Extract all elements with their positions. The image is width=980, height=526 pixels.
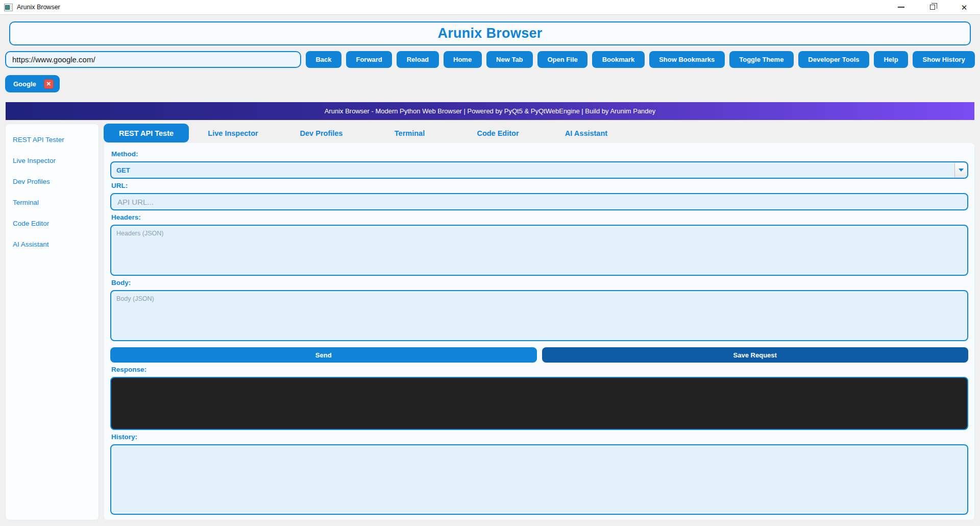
workspace: REST API Tester Live Inspector Dev Profi… — [0, 120, 980, 526]
os-titlebar: Arunix Browser ✕ — [0, 0, 980, 15]
tab-dev-profiles[interactable]: Dev Profiles — [277, 124, 365, 142]
sidebar: REST API Tester Live Inspector Dev Profi… — [5, 124, 99, 520]
response-output[interactable] — [110, 377, 968, 430]
help-button[interactable]: Help — [874, 51, 908, 68]
app-title-box: Arunix Browser — [9, 21, 971, 45]
url-label: URL: — [111, 182, 968, 189]
page-tab-google[interactable]: Google ✕ — [5, 75, 60, 92]
show-bookmarks-button[interactable]: Show Bookmarks — [649, 51, 725, 68]
sidebar-item-live-inspector[interactable]: Live Inspector — [6, 150, 99, 171]
page-title: Arunix Browser — [437, 26, 542, 41]
toggle-theme-button[interactable]: Toggle Theme — [729, 51, 794, 68]
tab-terminal[interactable]: Terminal — [365, 124, 454, 142]
address-bar-input[interactable] — [5, 51, 301, 68]
tab-code-editor[interactable]: Code Editor — [454, 124, 542, 142]
back-button[interactable]: Back — [306, 51, 341, 68]
tab-live-inspector[interactable]: Live Inspector — [189, 124, 277, 142]
sidebar-item-dev-profiles[interactable]: Dev Profiles — [6, 171, 99, 192]
minimize-icon — [898, 7, 904, 8]
request-actions: Send Save Request — [110, 347, 968, 363]
sidebar-item-rest-api-tester[interactable]: REST API Tester — [6, 129, 99, 150]
open-file-button[interactable]: Open File — [537, 51, 587, 68]
app-window: Arunix Browser ✕ Arunix Browser Back For… — [0, 0, 980, 526]
navigation-toolbar: Back Forward Reload Home New Tab Open Fi… — [5, 51, 975, 68]
developer-tools-button[interactable]: Developer Tools — [798, 51, 869, 68]
restore-button[interactable] — [917, 0, 948, 14]
forward-button[interactable]: Forward — [346, 51, 392, 68]
response-label: Response: — [111, 366, 968, 373]
close-button[interactable]: ✕ — [948, 0, 980, 14]
app-header: Arunix Browser — [0, 15, 980, 45]
page-tab-strip: Google ✕ — [5, 75, 975, 92]
bookmark-button[interactable]: Bookmark — [592, 51, 645, 68]
method-label: Method: — [111, 150, 968, 158]
new-tab-button[interactable]: New Tab — [486, 51, 533, 68]
window-title: Arunix Browser — [17, 4, 60, 11]
chevron-down-icon — [959, 169, 964, 172]
rest-api-tester-panel: Method: GET URL: Headers: Body: Send Sav… — [104, 142, 975, 520]
minimize-button[interactable] — [885, 0, 917, 14]
tab-rest-api-tester[interactable]: REST API Teste — [104, 124, 189, 142]
headers-textarea[interactable] — [110, 225, 968, 276]
window-controls: ✕ — [885, 0, 980, 14]
headers-label: Headers: — [111, 213, 968, 221]
app-window-icon — [4, 4, 13, 11]
sidebar-item-terminal[interactable]: Terminal — [6, 192, 99, 213]
send-button[interactable]: Send — [110, 347, 537, 363]
method-selected-value: GET — [111, 166, 954, 174]
reload-button[interactable]: Reload — [397, 51, 438, 68]
titlebar-left: Arunix Browser — [0, 4, 885, 11]
info-banner: Arunix Browser - Modern Python Web Brows… — [6, 102, 974, 120]
main-area: REST API Teste Live Inspector Dev Profil… — [104, 124, 975, 520]
api-url-input[interactable] — [110, 193, 968, 210]
tool-tabs: REST API Teste Live Inspector Dev Profil… — [104, 124, 975, 142]
method-select[interactable]: GET — [110, 161, 968, 179]
home-button[interactable]: Home — [444, 51, 482, 68]
dropdown-arrow-box[interactable] — [954, 163, 967, 177]
body-textarea[interactable] — [110, 290, 968, 341]
page-tab-label: Google — [13, 80, 36, 88]
sidebar-item-ai-assistant[interactable]: AI Assistant — [6, 234, 99, 255]
history-list[interactable] — [110, 444, 968, 515]
tab-close-icon[interactable]: ✕ — [44, 79, 54, 89]
close-icon: ✕ — [961, 4, 968, 11]
restore-icon — [930, 5, 935, 10]
body-label: Body: — [111, 279, 968, 286]
save-request-button[interactable]: Save Request — [542, 347, 969, 363]
sidebar-item-code-editor[interactable]: Code Editor — [6, 213, 99, 234]
tab-ai-assistant[interactable]: AI Assistant — [542, 124, 630, 142]
info-banner-text: Arunix Browser - Modern Python Web Brows… — [325, 107, 656, 115]
show-history-button[interactable]: Show History — [913, 51, 975, 68]
history-label: History: — [111, 433, 968, 441]
